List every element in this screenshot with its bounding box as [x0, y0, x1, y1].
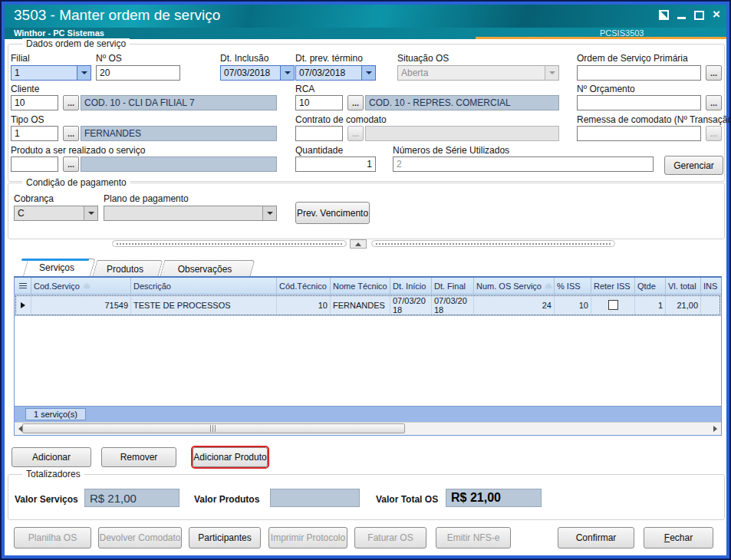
- produto-servico-code-field[interactable]: [11, 156, 58, 172]
- splitter-track-left: [112, 240, 347, 247]
- window-controls: ×: [659, 10, 720, 20]
- filial-combo[interactable]: 1: [11, 65, 91, 81]
- chevron-down-icon: [285, 71, 291, 74]
- column-header-dt-inicio[interactable]: Dt. Início: [390, 278, 432, 295]
- situacao-combo: Aberta: [397, 65, 559, 81]
- situacao-label: Situação OS: [397, 53, 449, 64]
- fechar-button[interactable]: Fechar: [644, 527, 713, 548]
- adicionar-button[interactable]: Adicionar: [12, 447, 91, 467]
- rca-code-field[interactable]: 10: [295, 95, 343, 110]
- tab-servicos[interactable]: Serviços: [23, 259, 91, 276]
- cell-num-os: 24: [474, 295, 555, 316]
- quantidade-field[interactable]: 1: [295, 156, 376, 172]
- contrato-lookup-button: ...: [347, 126, 364, 141]
- column-header-ins[interactable]: INS: [701, 278, 721, 295]
- status-strip: Winthor - PC Sistemas PCSIS3503: [5, 28, 726, 39]
- confirmar-button[interactable]: Confirmar: [558, 527, 634, 548]
- produto-servico-lookup-button[interactable]: ...: [63, 156, 79, 172]
- gerenciar-button[interactable]: Gerenciar: [664, 156, 723, 175]
- row-pointer-icon: [21, 302, 25, 308]
- orcamento-label: Nº Orçamento: [577, 84, 635, 94]
- chevron-up-icon: [355, 242, 361, 246]
- restore-icon[interactable]: [659, 10, 669, 20]
- close-icon[interactable]: ×: [713, 10, 720, 19]
- splitter-track-right: [371, 240, 615, 247]
- cell-dt-inicio: 07/03/2018: [390, 295, 432, 316]
- sort-asc-icon: [545, 284, 552, 288]
- os-primaria-lookup-button[interactable]: ...: [706, 65, 722, 81]
- collapse-panel-button[interactable]: [350, 239, 367, 249]
- arrow-right-icon: [713, 426, 717, 432]
- contrato-desc-field: [365, 126, 559, 141]
- column-header-vl-total[interactable]: Vl. total: [666, 278, 701, 295]
- column-header-descricao[interactable]: Descrição: [131, 278, 277, 295]
- active-tab-indicator: [21, 259, 89, 261]
- adicionar-produto-button[interactable]: Adicionar Produto: [193, 447, 268, 467]
- reter-iss-checkbox[interactable]: [608, 300, 618, 310]
- contrato-code-field[interactable]: [295, 126, 343, 141]
- tipo-os-code-field[interactable]: 1: [11, 126, 58, 141]
- sort-asc-icon: [84, 284, 90, 288]
- table-row[interactable]: 71549 TESTE DE PROCESSOS 10 FERNANDES 07…: [15, 295, 721, 316]
- column-header-dt-final[interactable]: Dt. Final: [432, 278, 474, 295]
- maximize-icon[interactable]: [694, 11, 704, 20]
- column-header-nome-tecnico[interactable]: Nome Técnico: [331, 278, 390, 295]
- orcamento-field[interactable]: [577, 95, 701, 110]
- cell-cod-servico: 71549: [31, 295, 131, 316]
- grid-menu-icon: [19, 283, 27, 289]
- valor-produtos-label: Valor Produtos: [194, 494, 259, 505]
- scrollbar-thumb[interactable]: [22, 423, 405, 433]
- tab-produtos[interactable]: Produtos: [92, 260, 158, 278]
- minimize-icon[interactable]: [677, 17, 686, 19]
- imprimir-protocolo-button: Imprimir Protocolo: [268, 527, 347, 548]
- horizontal-scrollbar[interactable]: [15, 422, 721, 435]
- remover-button[interactable]: Remover: [101, 447, 176, 467]
- column-header-reter-iss[interactable]: Reter ISS: [591, 278, 635, 295]
- dt-inclusao-combo[interactable]: 07/03/2018: [220, 65, 295, 81]
- tab-observacoes[interactable]: Observações: [160, 260, 250, 278]
- dt-prev-termino-combo[interactable]: 07/03/2018: [295, 65, 376, 81]
- cliente-label: Cliente: [11, 84, 39, 94]
- column-header-qtde[interactable]: Qtde: [635, 278, 666, 295]
- column-header-cod-servico[interactable]: Cod.Serviço: [31, 278, 131, 295]
- numeros-serie-field: 2: [393, 156, 654, 172]
- nos-field[interactable]: 20: [96, 65, 180, 81]
- nos-label: Nº OS: [96, 53, 122, 64]
- produto-servico-desc-field: [81, 156, 277, 172]
- tipo-os-lookup-button[interactable]: ...: [63, 126, 79, 141]
- cobranca-combo[interactable]: C: [14, 206, 98, 221]
- cliente-lookup-button[interactable]: ...: [63, 95, 79, 110]
- orcamento-lookup-button[interactable]: ...: [706, 95, 722, 110]
- chevron-down-icon: [549, 71, 555, 74]
- produto-servico-label: Produto a ser realizado o serviço: [11, 145, 145, 156]
- tipo-os-label: Tipo OS: [11, 114, 44, 125]
- application-window: 3503 - Manter ordem de serviço × Winthor…: [5, 5, 726, 555]
- rca-lookup-button[interactable]: ...: [347, 95, 364, 110]
- scroll-right-button[interactable]: [710, 423, 721, 434]
- app-subtitle: Winthor - PC Sistemas: [14, 28, 104, 38]
- prev-vencimento-button[interactable]: Prev. Vencimento: [295, 202, 370, 224]
- column-header-cod-tecnico[interactable]: Cód.Técnico: [277, 278, 331, 295]
- column-header-perc-iss[interactable]: % ISS: [555, 278, 591, 295]
- chevron-down-icon: [366, 71, 372, 74]
- window-title: 3503 - Manter ordem de serviço: [14, 7, 220, 24]
- dt-prev-termino-label: Dt. prev. término: [295, 53, 363, 64]
- remessa-field[interactable]: [577, 126, 701, 141]
- grid-options-button[interactable]: [15, 278, 31, 295]
- faturar-os-button: Faturar OS: [354, 527, 426, 548]
- rca-label: RCA: [295, 84, 314, 94]
- condicao-legend: Condição de pagamento: [22, 177, 130, 188]
- grid-empty-area: [15, 316, 721, 406]
- rca-desc-field: COD. 10 - REPRES. COMERCIAL: [365, 95, 559, 110]
- totalizadores-legend: Totalizadores: [22, 469, 84, 479]
- valor-total-os-field: R$ 21,00: [446, 489, 542, 507]
- numeros-serie-label: Números de Série Utilizados: [393, 145, 509, 156]
- chevron-down-icon: [267, 212, 273, 215]
- participantes-button[interactable]: Participantes: [189, 527, 261, 548]
- cliente-code-field[interactable]: 10: [11, 95, 58, 110]
- cell-descricao: TESTE DE PROCESSOS: [131, 295, 277, 316]
- os-primaria-field[interactable]: [577, 65, 701, 81]
- column-header-num-os[interactable]: Num. OS Serviço: [474, 278, 555, 295]
- plano-pagamento-combo[interactable]: [104, 206, 277, 221]
- cell-dt-final: 07/03/2018: [432, 295, 474, 316]
